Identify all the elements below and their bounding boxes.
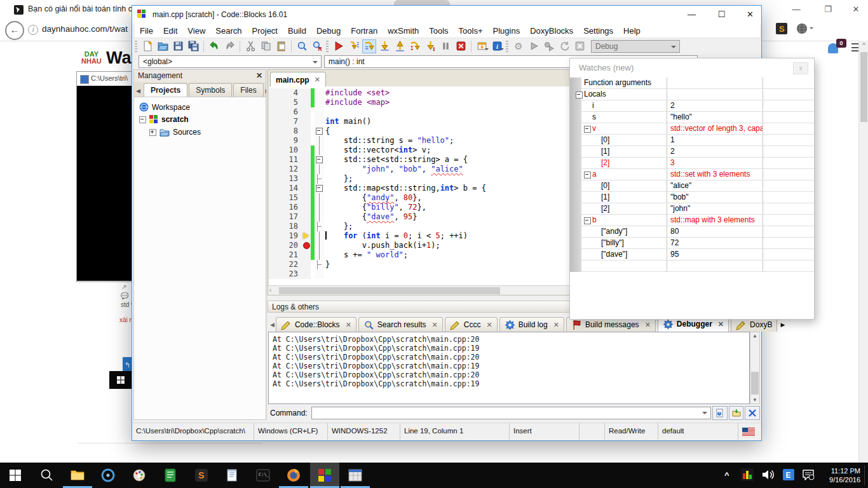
menu-build[interactable]: Build (283, 26, 311, 36)
taskbar-clock[interactable]: 11:12 PM 9/16/2016 (817, 466, 860, 484)
line-number[interactable]: 12 (269, 165, 302, 174)
marker-margin[interactable] (302, 155, 311, 165)
line-number[interactable]: 6 (269, 107, 302, 117)
tray-e-icon[interactable]: E (783, 469, 794, 480)
line-number[interactable]: 13 (269, 174, 302, 184)
taskbar-paint-icon[interactable] (132, 468, 147, 483)
reply-button[interactable]: ↰ (123, 357, 132, 372)
page-info-icon[interactable]: i (28, 25, 38, 35)
debug-continue-button[interactable] (332, 39, 346, 53)
taskbar-firefox-icon[interactable] (286, 468, 301, 483)
stop-debugger-button[interactable] (454, 39, 468, 53)
tree-item-scratch[interactable]: scratch (139, 115, 189, 124)
run-to-cursor-button[interactable] (347, 39, 361, 53)
line-number[interactable]: 16 (269, 203, 302, 212)
close-button[interactable]: ✕ (736, 6, 764, 23)
marker-margin[interactable] (302, 126, 311, 136)
line-number[interactable]: 9 (269, 136, 302, 146)
tab-close-icon[interactable]: ✕ (486, 321, 492, 329)
action-center-icon[interactable] (802, 469, 815, 480)
browser-close-button[interactable]: ✕ (845, 1, 867, 18)
marker-margin[interactable] (302, 117, 311, 126)
debugger-log-output[interactable]: At C:\Users\tri\Dropbox\Cpp\scratch\main… (268, 332, 750, 404)
tabs-scroll-left-icon[interactable]: ◀ (134, 88, 142, 97)
collapse-icon[interactable] (139, 116, 146, 123)
marker-margin[interactable] (302, 165, 311, 174)
watches-close-button[interactable]: x (793, 62, 808, 74)
marker-margin[interactable] (302, 222, 311, 231)
line-number[interactable]: 7 (269, 117, 302, 126)
fold-margin[interactable] (315, 269, 324, 279)
taskbar-explorer-icon[interactable] (70, 468, 85, 483)
menu-plugins[interactable]: Plugins (488, 26, 526, 36)
watch-row[interactable]: [0]1 (581, 135, 814, 146)
fold-margin[interactable] (315, 146, 324, 155)
fold-margin[interactable] (315, 136, 324, 146)
browser-minimize-button[interactable]: — (785, 1, 807, 18)
scope-combo[interactable]: <global> (139, 55, 322, 68)
marker-margin[interactable] (302, 88, 311, 98)
tab-close-icon[interactable]: ✕ (432, 321, 438, 329)
marker-margin[interactable] (302, 146, 311, 155)
line-number[interactable]: 23 (269, 269, 302, 279)
expand-icon[interactable] (149, 129, 156, 136)
paste-button[interactable] (274, 39, 288, 53)
menu-help[interactable]: Help (618, 26, 646, 36)
status-language-flag-icon[interactable] (738, 428, 761, 436)
collapse-icon[interactable] (576, 92, 583, 98)
taskbar-start-icon[interactable] (8, 468, 23, 483)
fold-margin[interactable] (315, 155, 324, 165)
log-tab-code-blocks[interactable]: Code::Blocks✕ (276, 317, 356, 332)
maximize-button[interactable]: ☐ (707, 6, 736, 23)
log-vscrollbar[interactable]: ▲ ▼ (750, 332, 760, 404)
minimize-button[interactable]: — (677, 6, 706, 23)
scroll-left-icon[interactable]: ‹ (269, 287, 271, 294)
globe-dropdown-caret-icon[interactable] (810, 27, 813, 31)
url-text[interactable]: daynhauhoc.com/t/wat (42, 24, 128, 34)
comment-icon[interactable]: 💬 (121, 292, 128, 299)
fold-margin[interactable] (315, 174, 324, 184)
fold-margin[interactable] (315, 212, 324, 222)
fold-margin[interactable] (315, 117, 324, 126)
debug-info-button[interactable]: i (490, 39, 504, 53)
scroll-up-icon[interactable]: ▲ (750, 333, 759, 339)
collapse-icon[interactable] (584, 217, 591, 224)
taskbar-sublime-icon[interactable]: S (194, 468, 209, 483)
tab-projects[interactable]: Projects (144, 83, 187, 97)
browser-scrollbar[interactable]: ^ (858, 41, 868, 463)
tab-files[interactable]: Files (233, 83, 263, 97)
debugging-windows-button[interactable] (475, 39, 489, 53)
marker-margin[interactable] (302, 193, 311, 203)
logs-scroll-right-icon[interactable]: ▶ (779, 322, 786, 332)
fold-collapse-icon[interactable] (316, 128, 323, 135)
fold-margin[interactable] (315, 88, 324, 98)
marker-margin[interactable] (302, 174, 311, 184)
fold-margin[interactable] (315, 241, 324, 250)
vscrollbar-thumb[interactable] (751, 372, 759, 395)
line-number[interactable]: 4 (269, 88, 302, 98)
breakpoint-icon[interactable] (302, 241, 311, 250)
step-out-button[interactable] (393, 39, 407, 53)
next-line-button[interactable] (362, 39, 376, 53)
hscrollbar-thumb[interactable] (279, 287, 500, 294)
line-number[interactable]: 15 (269, 193, 302, 203)
menu-tools-[interactable]: Tools+ (454, 26, 488, 36)
watch-row[interactable]: ["billy"]72 (581, 238, 814, 249)
line-number[interactable]: 17 (269, 212, 302, 222)
debug-arrow-icon[interactable] (302, 231, 311, 241)
watch-row[interactable]: s"hello" (581, 112, 814, 123)
watch-row[interactable]: bstd::map with 3 elements (581, 215, 814, 226)
line-number[interactable]: 20 (269, 241, 302, 250)
tab-close-icon[interactable]: ✕ (346, 321, 351, 329)
management-header[interactable]: Management ✕ (134, 70, 266, 83)
fold-margin[interactable] (315, 260, 324, 269)
tab-close-icon[interactable]: ✕ (718, 320, 724, 329)
watch-row[interactable]: [2]3 (581, 158, 814, 169)
post-link-snippet[interactable]: xài r (119, 316, 132, 323)
watch-row[interactable]: ["dave"]95 (581, 249, 814, 261)
watch-row[interactable]: [1]2 (581, 146, 814, 158)
fold-collapse-icon[interactable] (316, 156, 323, 163)
save-all-button[interactable] (186, 39, 200, 53)
watch-row[interactable]: ["andy"]80 (581, 226, 814, 238)
marker-margin[interactable] (302, 98, 311, 107)
